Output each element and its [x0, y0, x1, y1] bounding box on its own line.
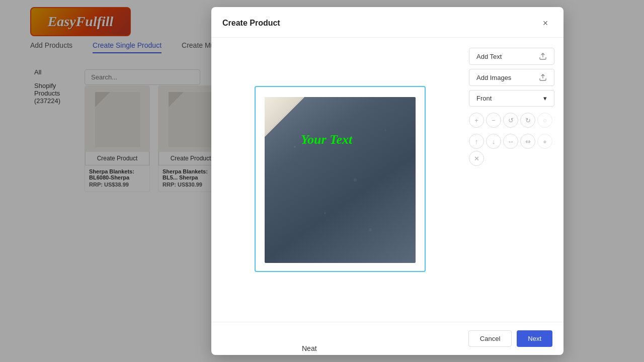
modal-title: Create Product	[222, 19, 280, 28]
icon-toolbar-row1: + − ↺ ↻ ○	[469, 113, 554, 128]
upload-icon-text	[539, 52, 547, 60]
neat-label: Neat	[302, 344, 317, 352]
move-down-button[interactable]: ↓	[486, 134, 501, 149]
canvas-area: Your Text	[220, 47, 460, 311]
front-label: Front	[476, 95, 492, 102]
add-text-button[interactable]: Add Text	[469, 48, 554, 65]
lock-button[interactable]: ●	[537, 134, 552, 149]
front-select[interactable]: Front ▾	[469, 90, 554, 107]
modal-overlay: Create Product × Your Text	[0, 0, 644, 362]
upload-icon-images	[539, 73, 547, 81]
close-button[interactable]: ×	[538, 16, 552, 30]
add-text-label: Add Text	[476, 53, 502, 60]
zoom-in-button[interactable]: +	[469, 113, 484, 128]
create-product-modal: Create Product × Your Text	[211, 7, 564, 355]
delete-button[interactable]: ✕	[469, 151, 484, 166]
move-up-button[interactable]: ↑	[469, 134, 484, 149]
cancel-button[interactable]: Cancel	[468, 330, 512, 347]
blanket-preview: Your Text	[256, 87, 425, 271]
right-panel: Add Text Add Images Front ▾ + − ↺	[469, 47, 554, 311]
chevron-down-icon: ▾	[543, 95, 547, 102]
circle-1-button[interactable]: ○	[537, 113, 552, 128]
next-button[interactable]: Next	[517, 330, 552, 347]
canvas-text-overlay: Your Text	[301, 132, 352, 147]
flip-h-button[interactable]: ↔	[503, 134, 518, 149]
canvas-frame: Your Text	[255, 86, 426, 272]
rotate-ccw-button[interactable]: ↺	[503, 113, 518, 128]
icon-toolbar-row2: ↑ ↓ ↔ ⇔ ● ✕	[469, 134, 554, 166]
zoom-out-button[interactable]: −	[486, 113, 501, 128]
add-images-button[interactable]: Add Images	[469, 69, 554, 86]
modal-footer: Cancel Next	[211, 322, 564, 355]
modal-body: Your Text Add Text Add Images Fr	[211, 38, 564, 320]
flip-v-button[interactable]: ⇔	[520, 134, 535, 149]
add-images-label: Add Images	[476, 74, 511, 81]
modal-header: Create Product ×	[211, 7, 564, 38]
rotate-cw-button[interactable]: ↻	[520, 113, 535, 128]
